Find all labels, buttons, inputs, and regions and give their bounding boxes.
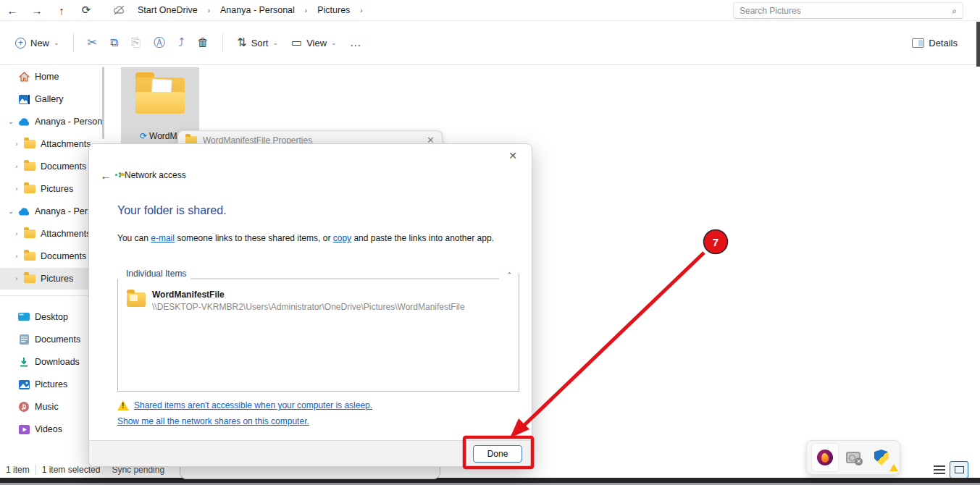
dialog-back-button[interactable]: ←: [96, 168, 115, 182]
sidebar-item-label: Downloads: [35, 357, 80, 367]
new-button[interactable]: + New ⌄: [9, 33, 66, 54]
breadcrumb-chevron[interactable]: ›: [302, 7, 310, 14]
onedrive-cloud-icon: [17, 118, 30, 126]
show-network-shares-link[interactable]: Show me all the network shares on this c…: [117, 416, 309, 426]
sleep-warning-link[interactable]: Shared items aren't accessible when your…: [134, 400, 372, 410]
sidebar-item-label: Attachments: [41, 229, 91, 239]
toolbar-divider: [73, 33, 74, 52]
screen-edge-artifact: [976, 22, 980, 67]
delete-button[interactable]: 🗑: [190, 32, 215, 54]
sidebar-item-label: Documents: [35, 334, 80, 345]
chevron-down-icon: ⌄: [54, 39, 59, 46]
cut-button[interactable]: ✂: [81, 32, 104, 54]
close-icon[interactable]: ✕: [508, 150, 517, 161]
back-button[interactable]: ←: [0, 1, 25, 19]
sidebar-item-videos[interactable]: › Videos: [0, 418, 102, 440]
network-access-dialog: ✕ ← Network access Your folder is shared…: [88, 143, 532, 467]
sidebar-item-label: Documents: [41, 251, 86, 261]
details-pane-icon: [912, 38, 924, 48]
sidebar-item-documents[interactable]: › Documents: [0, 329, 102, 350]
share-button[interactable]: ⤴: [172, 32, 190, 54]
details-button[interactable]: Details: [905, 33, 964, 54]
email-link[interactable]: e-mail: [151, 233, 175, 243]
paste-button[interactable]: ⎘: [125, 32, 147, 54]
individual-items-groupbox: WordManifestFile \\DESKTOP-VKRMBR2\Users…: [117, 274, 519, 392]
sidebar-item-label: Documents: [41, 161, 86, 172]
pictures-icon: [17, 380, 30, 389]
sidebar-item-attachments-2[interactable]: › Attachments: [0, 223, 102, 245]
groupbox-header: Individual Items ⌃: [117, 274, 519, 284]
sync-icon: ⟳: [140, 131, 147, 141]
copy-link[interactable]: copy: [333, 233, 351, 243]
sidebar-item-pictures[interactable]: › Pictures: [0, 374, 102, 395]
sidebar-item-documents-1[interactable]: › Documents: [0, 156, 102, 177]
view-button[interactable]: ▭ View ⌄: [285, 32, 343, 54]
videos-icon: [17, 425, 30, 434]
sidebar-item-label: Pictures: [41, 184, 73, 194]
sidebar-item-home[interactable]: › Home: [0, 66, 102, 88]
search-icon: ⌕: [952, 6, 957, 16]
sidebar-item-label: Home: [35, 72, 59, 82]
scissors-icon: ✂: [88, 37, 97, 48]
share-icon: ⤴: [178, 37, 184, 48]
thumbnail-view-toggle-selected[interactable]: [950, 461, 968, 478]
sidebar-item-attachments-1[interactable]: › Attachments: [0, 133, 102, 155]
rename-icon: Ⓐ: [154, 37, 165, 48]
details-button-label: Details: [929, 38, 958, 48]
folder-icon: [23, 185, 36, 193]
sidebar-item-onedrive-1[interactable]: ⌄ Ananya - Personal: [0, 111, 102, 132]
copy-icon: ⧉: [110, 37, 118, 48]
sidebar-item-label: Music: [35, 402, 59, 412]
breadcrumb-chevron[interactable]: ›: [205, 7, 213, 14]
sort-button[interactable]: ⇅ Sort ⌄: [230, 32, 285, 54]
rename-button[interactable]: Ⓐ: [147, 32, 172, 54]
folder-icon: [23, 229, 36, 238]
up-button[interactable]: ↑: [49, 1, 74, 19]
shared-item-path: \\DESKTOP-VKRMBR2\Users\Administrator\On…: [152, 302, 465, 312]
list-view-icon[interactable]: [934, 465, 945, 474]
sidebar-item-pictures-1[interactable]: › Pictures: [0, 178, 102, 200]
properties-window-bottom-edge: [180, 467, 440, 479]
sidebar-item-pictures-2-selected[interactable]: › Pictures: [0, 268, 102, 290]
breadcrumb-item[interactable]: Pictures: [313, 4, 354, 17]
sidebar-item-music[interactable]: › Music: [0, 396, 102, 418]
sort-button-label: Sort: [251, 38, 269, 48]
search-input[interactable]: [734, 6, 952, 16]
sidebar-item-downloads[interactable]: › Downloads: [0, 351, 102, 373]
body-text: and paste the links into another app.: [351, 233, 494, 243]
item-count: 1 item: [0, 465, 35, 475]
sidebar-separator: [0, 295, 102, 296]
safely-remove-device-icon[interactable]: ✕: [840, 444, 866, 471]
shared-item-row[interactable]: WordManifestFile \\DESKTOP-VKRMBR2\Users…: [127, 290, 465, 312]
sidebar-item-onedrive-2[interactable]: ⌄ Ananya - Personal: [0, 201, 102, 222]
chevron-up-icon[interactable]: ⌃: [499, 271, 519, 279]
breadcrumb-chevron[interactable]: ›: [357, 7, 365, 14]
sidebar-item-label: Desktop: [35, 312, 68, 322]
done-button[interactable]: Done: [473, 445, 522, 463]
forward-button[interactable]: →: [25, 1, 49, 19]
dialog-body-text: You can e-mail someone links to these sh…: [117, 232, 508, 245]
sidebar-item-documents-2[interactable]: › Documents: [0, 245, 102, 267]
breadcrumb-item[interactable]: Ananya - Personal: [216, 4, 299, 17]
copy-button[interactable]: ⧉: [104, 32, 125, 54]
sidebar-item-label: Gallery: [35, 94, 64, 104]
folder-icon: [23, 162, 36, 171]
security-shield-warning-icon[interactable]: [868, 444, 895, 471]
sidebar-item-label: Ananya - Personal: [35, 117, 102, 127]
folder-icon: [23, 274, 36, 283]
refresh-button[interactable]: ⟳: [74, 1, 99, 19]
flame-app-icon[interactable]: [812, 444, 838, 471]
sort-icon: ⇅: [237, 37, 246, 48]
sidebar-item-desktop[interactable]: › Desktop: [0, 306, 102, 328]
system-tray-flyout: ✕: [806, 440, 900, 475]
sidebar-item-label: Videos: [35, 424, 62, 434]
body-text: someone links to these shared items, or: [175, 233, 333, 243]
sidebar-item-label: Pictures: [41, 274, 73, 284]
command-bar: + New ⌄ ✂ ⧉ ⎘ Ⓐ ⤴ 🗑 ⇅ Sort ⌄ ▭ View ⌄ … …: [0, 20, 980, 65]
clipboard-icon: ⎘: [131, 37, 141, 48]
breadcrumb-item[interactable]: Start OneDrive: [133, 4, 202, 17]
desktop-icon: [17, 313, 30, 322]
sidebar-item-gallery[interactable]: › Gallery: [0, 88, 102, 110]
folder-icon: [23, 252, 36, 261]
more-options-button[interactable]: …: [343, 32, 368, 54]
